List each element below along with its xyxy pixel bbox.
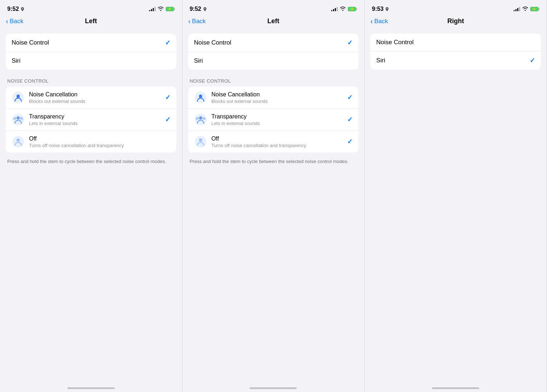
home-indicator <box>432 387 479 389</box>
back-button[interactable]: ‹ Back <box>370 17 388 25</box>
phone-panel-3: 9:53 ⚡ ‹ Back Right Noise Control Si <box>365 0 547 392</box>
noise-title-noise-cancellation: Noise Cancellation <box>29 91 161 98</box>
settings-row-noise control[interactable]: Noise Control ✓ <box>6 34 176 52</box>
nav-title: Right <box>447 17 464 25</box>
status-time: 9:52 <box>7 6 25 12</box>
location-icon <box>203 7 207 11</box>
status-icons: ⚡ <box>149 6 175 12</box>
status-icons: ⚡ <box>514 6 539 12</box>
section-header: NOISE CONTROL <box>6 78 176 84</box>
noise-row-off[interactable]: Off Turns off noise cancellation and tra… <box>188 131 359 153</box>
nav-bar: ‹ Back Right <box>365 16 547 28</box>
noise-mode-icon-noise-cancellation <box>12 91 25 104</box>
noise-mode-icon-off <box>12 135 25 148</box>
status-icons: ⚡ <box>331 6 357 12</box>
back-label: Back <box>10 18 24 25</box>
checkmark-icon: ✓ <box>347 39 353 47</box>
svg-point-0 <box>22 8 23 9</box>
noise-subtitle-off: Turns off noise cancellation and transpa… <box>29 143 170 148</box>
noise-checkmark-transparency: ✓ <box>347 116 353 124</box>
footer-note: Press and hold the stem to cycle between… <box>6 157 176 166</box>
noise-checkmark-noise-cancellation: ✓ <box>347 93 353 101</box>
noise-row-off[interactable]: Off Turns off noise cancellation and tra… <box>6 131 176 153</box>
top-settings-card: Noise Control Siri ✓ <box>370 34 541 70</box>
noise-row-noise-cancellation[interactable]: Noise Cancellation Blocks out external s… <box>188 87 359 109</box>
status-time: 9:52 <box>190 6 207 12</box>
noise-subtitle-noise-cancellation: Blocks out external sounds <box>211 99 343 104</box>
phone-panel-1: 9:52 ⚡ ‹ Back Left Noise Control ✓ Si <box>0 0 182 392</box>
back-label: Back <box>192 18 206 25</box>
battery-icon: ⚡ <box>530 7 539 11</box>
content-area: Noise Control ✓ Siri NOISE CONTROL Noise… <box>0 28 182 392</box>
wifi-icon <box>340 6 346 12</box>
settings-row-label: Siri <box>194 57 203 64</box>
noise-subtitle-transparency: Lets in external sounds <box>211 121 343 126</box>
noise-mode-icon-transparency <box>194 113 207 126</box>
checkmark-icon: ✓ <box>530 57 535 64</box>
chevron-left-icon: ‹ <box>188 17 191 25</box>
noise-title-off: Off <box>211 135 343 142</box>
noise-subtitle-transparency: Lets in external sounds <box>29 121 161 126</box>
battery-icon: ⚡ <box>348 7 357 11</box>
noise-title-noise-cancellation: Noise Cancellation <box>211 91 343 98</box>
settings-row-siri[interactable]: Siri ✓ <box>370 51 541 70</box>
content-area: Noise Control Siri ✓ <box>365 28 547 392</box>
chevron-left-icon: ‹ <box>6 17 8 25</box>
wifi-icon <box>522 6 528 12</box>
noise-text-off: Off Turns off noise cancellation and tra… <box>29 135 170 148</box>
noise-subtitle-noise-cancellation: Blocks out external sounds <box>29 99 161 104</box>
noise-checkmark-transparency: ✓ <box>165 116 170 124</box>
section-header: NOISE CONTROL <box>188 78 359 84</box>
noise-text-off: Off Turns off noise cancellation and tra… <box>211 135 343 148</box>
noise-text-transparency: Transparency Lets in external sounds <box>29 113 161 126</box>
back-button[interactable]: ‹ Back <box>188 17 206 25</box>
home-indicator <box>250 387 297 389</box>
svg-point-11 <box>199 116 202 120</box>
noise-control-card: Noise Cancellation Blocks out external s… <box>188 87 359 153</box>
noise-row-transparency[interactable]: Transparency Lets in external sounds ✓ <box>188 109 359 131</box>
noise-title-off: Off <box>29 135 170 142</box>
nav-title: Left <box>267 17 279 25</box>
noise-checkmark-noise-cancellation: ✓ <box>165 93 170 101</box>
noise-title-transparency: Transparency <box>211 113 343 120</box>
signal-icon <box>514 7 520 11</box>
settings-row-siri[interactable]: Siri <box>6 52 176 70</box>
nav-bar: ‹ Back Left <box>0 16 182 28</box>
settings-row-label: Noise Control <box>376 39 414 46</box>
settings-row-label: Siri <box>12 57 21 64</box>
noise-control-card: Noise Cancellation Blocks out external s… <box>6 87 176 153</box>
noise-text-noise-cancellation: Noise Cancellation Blocks out external s… <box>29 91 161 104</box>
noise-title-transparency: Transparency <box>29 113 161 120</box>
signal-icon <box>331 7 338 11</box>
back-label: Back <box>374 18 388 25</box>
chevron-left-icon: ‹ <box>370 17 373 25</box>
top-settings-card: Noise Control ✓ Siri <box>6 34 176 70</box>
status-time: 9:53 <box>372 6 389 12</box>
noise-subtitle-off: Turns off noise cancellation and transpa… <box>211 143 343 148</box>
status-bar: 9:52 ⚡ <box>182 0 365 16</box>
svg-point-13 <box>199 138 202 142</box>
footer-note: Press and hold the stem to cycle between… <box>188 157 359 166</box>
signal-icon <box>149 7 156 11</box>
nav-bar: ‹ Back Left <box>182 16 365 28</box>
status-bar: 9:53 ⚡ <box>365 0 547 16</box>
svg-point-6 <box>17 138 20 142</box>
settings-row-siri[interactable]: Siri <box>188 52 359 70</box>
top-settings-card: Noise Control ✓ Siri <box>188 34 359 70</box>
content-area: Noise Control ✓ Siri NOISE CONTROL Noise… <box>182 28 365 392</box>
settings-row-noise control[interactable]: Noise Control ✓ <box>188 34 359 52</box>
settings-row-label: Noise Control <box>194 39 231 46</box>
location-icon <box>385 7 389 11</box>
wifi-icon <box>158 6 164 12</box>
noise-mode-icon-transparency <box>12 113 25 126</box>
phone-panel-2: 9:52 ⚡ ‹ Back Left Noise Control ✓ Si <box>182 0 365 392</box>
svg-point-14 <box>387 8 388 9</box>
location-icon <box>20 7 25 11</box>
noise-row-transparency[interactable]: Transparency Lets in external sounds ✓ <box>6 109 176 131</box>
svg-point-4 <box>17 116 20 120</box>
noise-mode-icon-noise-cancellation <box>194 91 207 104</box>
nav-title: Left <box>85 17 97 25</box>
back-button[interactable]: ‹ Back <box>6 17 23 25</box>
noise-row-noise-cancellation[interactable]: Noise Cancellation Blocks out external s… <box>6 87 176 109</box>
settings-row-noise control[interactable]: Noise Control <box>370 34 541 51</box>
